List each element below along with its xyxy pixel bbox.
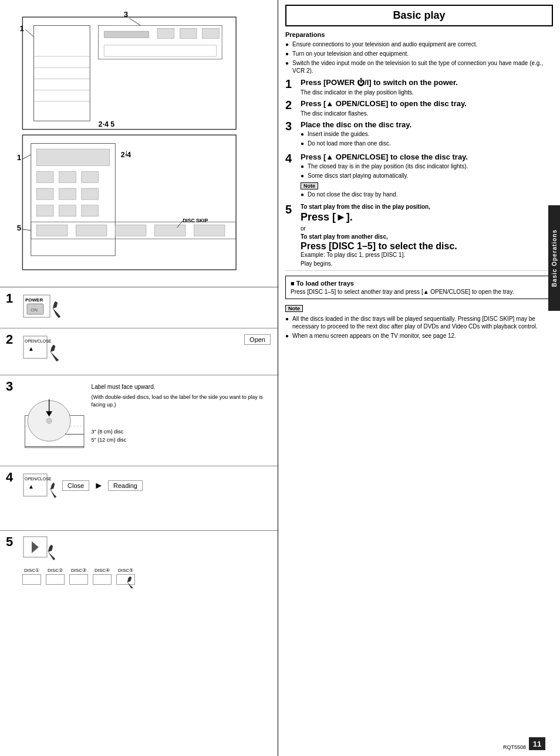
- right-step4-text: Press [▲ OPEN/CLOSE] to close the disc t…: [301, 152, 553, 200]
- svg-rect-27: [36, 205, 53, 216]
- right-step3-title: Place the disc on the disc tray.: [301, 120, 553, 130]
- step3-section: 3 Label must face upward. (With do: [0, 375, 278, 466]
- disc-btn-4: DISC④: [93, 568, 112, 585]
- step5-play-begins: Play begins.: [301, 260, 553, 267]
- disc-btn-5: DISC⑤: [116, 568, 135, 585]
- step4-note-label: Note: [301, 182, 318, 189]
- right-step2-num: 2: [285, 99, 295, 111]
- svg-text:1: 1: [20, 24, 25, 33]
- svg-rect-23: [82, 171, 99, 182]
- step3-dot2: ●: [301, 140, 305, 147]
- note-bottom-b1: ● All the discs loaded in the disc trays…: [285, 315, 553, 330]
- svg-text:DISC SKIP: DISC SKIP: [183, 218, 208, 223]
- right-step3-text: Place the disc on the disc tray. ● Inser…: [301, 120, 553, 149]
- right-step2-text: Press [▲ OPEN/CLOSE] to open the disc tr…: [301, 99, 553, 117]
- svg-text:3: 3: [124, 10, 128, 19]
- step2-content: OPEN/CLOSE ▲: [22, 333, 272, 364]
- right-step1-title: Press [POWER ⏻/I] to switch on the power…: [301, 78, 553, 88]
- svg-rect-24: [36, 188, 53, 199]
- svg-text:1: 1: [17, 153, 22, 162]
- step3-b2: ● Do not load more than one disc.: [301, 140, 553, 147]
- note-bottom-text1: All the discs loaded in the disc trays w…: [292, 315, 553, 330]
- step5-press-play: Press [►].: [301, 211, 553, 223]
- right-step1: 1 Press [POWER ⏻/I] to switch on the pow…: [285, 78, 553, 96]
- step1-number: 1: [6, 292, 18, 305]
- note-bottom-dot2: ●: [285, 332, 290, 340]
- note-bottom-text2: When a menu screen appears on the TV mon…: [292, 332, 456, 340]
- svg-line-15: [25, 29, 33, 36]
- svg-text:▲: ▲: [28, 483, 34, 490]
- right-step4: 4 Press [▲ OPEN/CLOSE] to close the disc…: [285, 152, 553, 200]
- disc-btn-box-4[interactable]: [93, 574, 112, 585]
- svg-line-37: [22, 155, 31, 160]
- svg-rect-9: [157, 28, 174, 38]
- page-title-box: Basic play: [285, 5, 553, 26]
- step1-section: 1 POWER ON: [0, 287, 278, 328]
- label-double: (With double-sided discs, load so the la…: [92, 394, 272, 408]
- disc-btn-box-3[interactable]: [69, 574, 88, 585]
- prep-bullet-3: ● Switch the video input mode on the tel…: [285, 59, 553, 74]
- step4-dot1: ●: [301, 162, 305, 170]
- prep-text-3: Switch the video input mode on the telev…: [292, 59, 553, 74]
- step3-b2-text: Do not load more than one disc.: [308, 140, 391, 147]
- disc-btn-box-2[interactable]: [46, 574, 65, 585]
- step5-subtitle-another: To start play from another disc,: [301, 233, 553, 240]
- step4-dot2: ●: [301, 172, 305, 179]
- step4-note-dot: ●: [301, 191, 305, 198]
- note-bottom-label: Note: [285, 305, 303, 312]
- disc-btn-1: DISC①: [22, 568, 41, 585]
- open-indicator: Open: [244, 334, 271, 345]
- device-diagram: 1 3 2·4 5: [0, 0, 278, 287]
- svg-text:▲: ▲: [28, 345, 34, 352]
- right-panel: Basic play Preparations ● Ensure connect…: [278, 0, 560, 756]
- right-step3-num: 3: [285, 120, 295, 132]
- svg-text:2·4 5: 2·4 5: [99, 120, 115, 128]
- svg-rect-35: [194, 225, 225, 236]
- svg-rect-12: [104, 45, 216, 56]
- step5-number: 5: [6, 535, 18, 548]
- svg-rect-21: [36, 171, 53, 182]
- right-step1-subtitle: The disc indicator in the play position …: [301, 89, 553, 96]
- svg-text:5: 5: [17, 223, 22, 232]
- right-step5: 5 To start play from the disc in the pla…: [285, 204, 553, 267]
- preparations-heading: Preparations: [285, 31, 553, 38]
- disc-5cm: 5" (12 cm) disc: [92, 437, 272, 443]
- disc-btn-box-5[interactable]: [116, 574, 135, 585]
- close-box: Close: [62, 480, 89, 491]
- label-upward: Label must face upward.: [92, 383, 272, 391]
- svg-text:POWER: POWER: [25, 297, 43, 303]
- right-step1-text: Press [POWER ⏻/I] to switch on the power…: [301, 78, 553, 96]
- page-title: Basic play: [393, 9, 445, 21]
- load-trays-box: ■ To load other trays Press [DISC 1–5] t…: [285, 276, 553, 299]
- right-step4-num: 4: [285, 152, 295, 164]
- prep-bullet-1: ● Ensure connections to your television …: [285, 40, 553, 48]
- disc-btn-3: DISC③: [69, 568, 88, 585]
- bullet-dot-1: ●: [285, 40, 290, 48]
- svg-text:ON: ON: [31, 307, 38, 313]
- step4-content: OPEN/CLOSE ▲ Close ► Reading: [22, 471, 272, 500]
- svg-rect-1: [34, 26, 90, 121]
- step4-note-item: ● Do not close the disc tray by hand.: [301, 191, 553, 198]
- sidebar-tab: Basic Operations: [548, 205, 560, 311]
- svg-rect-32: [76, 225, 107, 236]
- svg-rect-11: [203, 28, 220, 38]
- disc-btn-box-1[interactable]: [22, 574, 41, 585]
- step4-note-text: Do not close the disc tray by hand.: [308, 191, 397, 198]
- step2-number: 2: [6, 333, 18, 346]
- step3-number: 3: [6, 380, 18, 393]
- svg-rect-26: [82, 188, 99, 199]
- step5-or: or: [301, 225, 553, 232]
- right-step2: 2 Press [▲ OPEN/CLOSE] to open the disc …: [285, 99, 553, 117]
- disc-buttons-row: DISC① DISC② DISC③ DISC④ DISC⑤: [22, 568, 272, 585]
- step5-press-disc: Press [DISC 1–5] to select the disc.: [301, 241, 553, 252]
- step3-labels: Label must face upward. (With double-sid…: [92, 380, 272, 456]
- right-step1-num: 1: [285, 78, 295, 90]
- step4-b1-text: The closed tray is in the play position …: [308, 162, 468, 170]
- note-bottom-dot1: ●: [285, 315, 290, 330]
- svg-rect-22: [59, 171, 76, 182]
- svg-text:OPEN/CLOSE: OPEN/CLOSE: [25, 339, 52, 343]
- svg-line-41: [22, 229, 31, 230]
- bullet-dot-3: ●: [285, 59, 290, 74]
- svg-rect-34: [154, 225, 185, 236]
- right-step5-text: To start play from the disc in the play …: [301, 204, 553, 267]
